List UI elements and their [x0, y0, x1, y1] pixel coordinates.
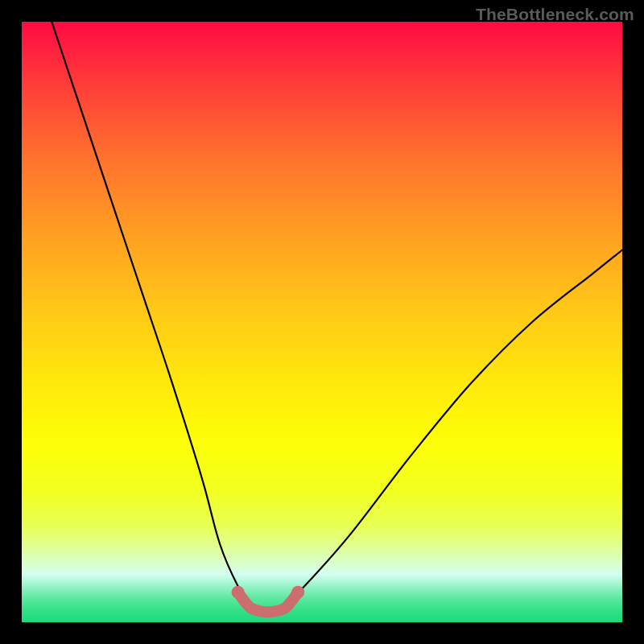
highlight-dot: [291, 586, 304, 599]
highlight-dots: [232, 586, 305, 599]
highlight-dot: [232, 586, 245, 599]
watermark-text: TheBottleneck.com: [476, 5, 634, 24]
chart-frame: TheBottleneck.com: [0, 0, 644, 644]
bottleneck-curve: [52, 22, 622, 611]
curve-svg: [22, 22, 622, 622]
highlight-segment: [238, 592, 299, 613]
plot-area: [22, 22, 622, 622]
